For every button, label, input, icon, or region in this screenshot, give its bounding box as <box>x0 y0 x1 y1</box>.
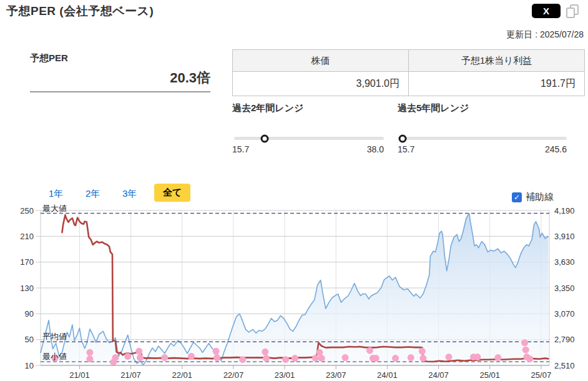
range-5y-knob <box>399 134 407 142</box>
auxiliary-lines-label: 補助線 <box>526 191 554 203</box>
range-5y-min: 15.7 <box>398 144 414 154</box>
svg-text:25/01: 25/01 <box>479 370 500 380</box>
svg-text:90: 90 <box>25 309 34 319</box>
svg-text:3,070: 3,070 <box>554 309 575 319</box>
checkbox-checked-icon[interactable] <box>512 192 522 202</box>
svg-text:2,510: 2,510 <box>554 361 575 370</box>
copy-icon <box>565 4 580 19</box>
svg-text:21/07: 21/07 <box>120 370 141 380</box>
tab-all[interactable]: 全て <box>154 184 190 202</box>
svg-text:210: 210 <box>20 232 34 241</box>
svg-text:170: 170 <box>20 257 34 267</box>
share-x-button[interactable]: X <box>532 4 561 18</box>
svg-text:3,910: 3,910 <box>554 232 575 241</box>
svg-text:130: 130 <box>20 284 34 293</box>
x-logo-icon: X <box>543 6 549 16</box>
updated-date: 更新日 : 2025/07/28 <box>506 29 584 41</box>
range-2y-title: 過去2年間レンジ <box>232 102 303 114</box>
metric-underline <box>30 91 210 92</box>
svg-text:23/07: 23/07 <box>326 370 346 380</box>
tab-1year[interactable]: 1年 <box>49 188 63 200</box>
svg-text:22/01: 22/01 <box>172 370 192 380</box>
range-2y-max: 38.0 <box>367 144 384 154</box>
svg-text:10: 10 <box>25 361 34 370</box>
svg-text:4,190: 4,190 <box>554 206 575 215</box>
svg-text:25/07: 25/07 <box>531 370 552 380</box>
table-cell-price: 3,901.0円 <box>233 72 409 96</box>
svg-text:50: 50 <box>25 335 34 344</box>
svg-text:24/01: 24/01 <box>377 370 398 380</box>
svg-text:3,350: 3,350 <box>554 284 575 293</box>
table-header-price: 株価 <box>233 50 409 72</box>
svg-text:21/01: 21/01 <box>69 370 90 380</box>
auxiliary-lines-toggle[interactable]: 補助線 <box>512 191 554 203</box>
tab-2year[interactable]: 2年 <box>86 188 100 200</box>
svg-text:250: 250 <box>20 206 34 215</box>
svg-text:23/01: 23/01 <box>275 370 295 380</box>
range-2y-knob <box>261 134 269 142</box>
range-5y-max: 245.6 <box>545 144 567 154</box>
svg-text:3,630: 3,630 <box>554 257 575 267</box>
range-2y-min: 15.7 <box>232 144 249 154</box>
page-title: 予想PER (会社予想ベース) <box>6 3 154 19</box>
range-5y-title: 過去5年間レンジ <box>398 102 469 114</box>
svg-text:平均値: 平均値 <box>42 332 67 341</box>
range-2y-ends: 15.7 38.0 <box>232 144 384 154</box>
range-5y-ends: 15.7 245.6 <box>398 144 567 154</box>
tab-3year[interactable]: 3年 <box>122 188 137 200</box>
svg-text:2,790: 2,790 <box>554 335 575 344</box>
range-5y-track <box>399 137 567 140</box>
table-header-eps: 予想1株当り利益 <box>409 50 585 72</box>
copy-button[interactable] <box>565 4 581 20</box>
metric-label: 予想PER <box>30 52 68 64</box>
quote-table: 株価 予想1株当り利益 3,901.0円 191.7円 <box>232 49 585 96</box>
copy-icon-front-square <box>566 7 575 18</box>
metric-value: 20.3倍 <box>30 69 210 87</box>
svg-text:22/07: 22/07 <box>223 370 244 380</box>
per-panel: 予想PER (会社予想ベース) X 更新日 : 2025/07/28 予想PER… <box>0 0 588 381</box>
table-cell-eps: 191.7円 <box>409 72 585 96</box>
svg-text:24/07: 24/07 <box>428 370 449 380</box>
svg-text:最大値: 最大値 <box>42 204 67 213</box>
svg-text:最小値: 最小値 <box>42 352 67 361</box>
range-2y-track <box>234 137 384 140</box>
